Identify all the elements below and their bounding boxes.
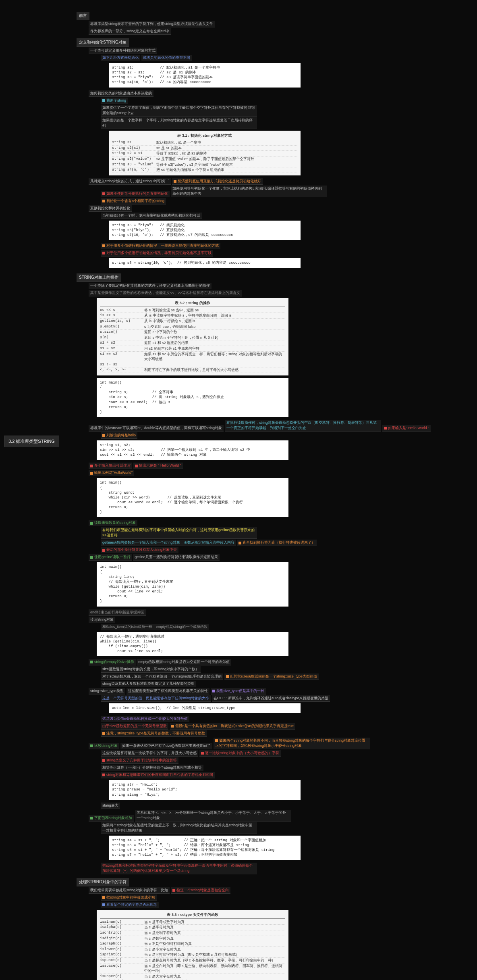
n: 对于使用多个值进行初始化的情况，非要拷贝初始化也不是不可以 xyxy=(101,250,213,256)
n: 这是一个无符号类型的值，而且能足够存放下任何string对象的大小 xyxy=(101,695,211,702)
code-rw: int main() { string s; // 空字符串 cin >> s;… xyxy=(97,378,288,417)
sec-chars[interactable]: 处理STRING对象中的字符 xyxy=(77,878,129,886)
n: 读取未知数量的string对象 xyxy=(89,520,137,526)
n: string的empty和size操作 xyxy=(89,659,136,665)
root-node[interactable]: 3.2 标准库类型STRING xyxy=(4,436,59,447)
n: 最后的那个换行符并没有存入string对象中去 xyxy=(101,547,178,553)
chars-intro: 我们经常需要单独处理string对象中的字符，比如 xyxy=(89,887,170,894)
ops-intro: 一个类除了要规定初始化其对象的方式外，还要定义对象上所能执行的操作 xyxy=(89,283,212,289)
define-sub1: 如何初始化类的对象是由类本身决定的 xyxy=(89,90,153,97)
n: 把string对象中的字母改成小写 xyxy=(101,895,157,901)
n: 其中某些操作定义了函数的名称来表达，也能定义<<、>>等各种运算符在该类对象上的… xyxy=(89,290,242,296)
n: 或者是初始化的值的类型不同 xyxy=(141,55,192,61)
code-copy-multi: string s8 = string(10, 'c'); // 拷贝初始化，s8… xyxy=(109,258,301,268)
table-ops: 表 3.2：string 的操作 os << s将 s 写到输出流 os 当中，… xyxy=(97,298,288,375)
code-empty: // 每次读入一整行，遇到空行直接跳过 while (getline(cin, … xyxy=(97,632,288,657)
n: 如果不使用等号则执行的是直接初始化 xyxy=(101,191,170,197)
n: 但其实size函数返回的是一个string::size_type类型的值 xyxy=(224,673,319,680)
n: 则输出的将是hello xyxy=(101,432,137,439)
n: 如果提供了一个字符串字面值，则该字面值中除了最后那个空字符外其他所有的字符都被拷… xyxy=(101,105,257,117)
n: 在C++11新标准中，允许编译器通过auto或者decltype来推断变量的类型 xyxy=(212,695,330,702)
n: 对于size函数来说，返回一个int或者返回一个unsigned似乎都是合情合理… xyxy=(101,673,223,680)
n: 直至找到换行符为止（换行符也被读进来了） xyxy=(237,540,317,546)
code-direct-copy: string s5 = "hiya"; // 拷贝初始化 string s6("… xyxy=(109,221,301,240)
n: 输出示例是 " Hello World " xyxy=(133,463,183,469)
code-multi-io: string s1, s2; cin >> s1 >> s2; // 把第一个输… xyxy=(97,440,288,460)
n: 初始化一个含有n个相同字符的string xyxy=(101,198,166,204)
n: 由于size函数返回的是一个无符号整型数 xyxy=(101,723,168,730)
n: 注意，string::size_type是无符号的整数，不要混用有符号整数 xyxy=(101,730,207,737)
n: 我两个string xyxy=(101,98,128,104)
n: 逐一比较string对象中的（大小写敏感的）字符 xyxy=(199,750,281,757)
n: 读写string对象 xyxy=(89,617,115,623)
n: 比较string对象 xyxy=(89,743,119,749)
n: string::size_type类型 xyxy=(89,688,125,694)
n: 如果两个string对象在某些对应的位置上不一致，则string对象比较的结果其… xyxy=(101,822,257,834)
table-cctype: 表 3.3：cctype 头文件中的函数 isalnum(c)当 c 是字母或数… xyxy=(97,910,288,980)
n: 把string对象和标准库类型的字符字面值及字符串字面值混在一条语句中使用时，必… xyxy=(101,863,257,874)
n: 检查一个string对象是否包含空白 xyxy=(171,887,230,894)
n: 关系运算符 <、<=、>、>=分别检验一个string对象是否小于、小于等于、大… xyxy=(135,810,291,822)
n: size函数返回string对象的长度（即string对象中字符的个数） xyxy=(101,666,201,673)
code-cmp: string str = "Hello"; string phrase = "H… xyxy=(109,780,301,799)
code-getline: int main() { string line; // 每次读入一整行，直至到… xyxy=(97,562,288,606)
n: 和Sales_item类的isbn成员一样，empty也是string的一个成员… xyxy=(101,624,209,630)
n: 想清楚到底使用直接方式初始化还是拷贝初始化就好 xyxy=(172,178,263,185)
n: 如果提供的是一个数字和一个字符，则string对象的内容是给定字符连续重复若干次… xyxy=(101,117,257,129)
table-init: 表 3.1：初始化 string 对象的方式 string s1默认初始化，s1… xyxy=(109,131,301,175)
n: 对于用多个值进行初始化的情况，一般来说只能使用直接初始化的方式 xyxy=(101,243,220,249)
n: 当初始值只有一个时，使用直接初始化或者拷贝初始化都可以 xyxy=(101,213,202,219)
n: 假设n是一个具有负值的int，则表达式s.size()<n的判断结果几乎肯定是t… xyxy=(170,723,295,730)
n: slang最大 xyxy=(101,803,120,809)
define-sub2: 几种定义string对象的方式，通过stringObj可以[...] xyxy=(89,178,171,185)
preface-item: 标准库类型string表示可变长的字符序列，使用string类型必须首先包含头文… xyxy=(89,21,215,27)
code-init-basic: string s1; // 默认初始化，s1 是一个空字符串 string s2… xyxy=(109,63,301,88)
n: 如果两个string对象的长度不同，而且较短string对象的每个字符都与较长s… xyxy=(214,738,370,749)
ops-iostream: 标准库中的iostream可以读写int、double等内置类型的值，同样可以读… xyxy=(89,425,224,432)
n: empty函数根据string对象是否为空返回一个对应的布尔值 xyxy=(137,659,231,665)
n: string类定义了几种用于比较字符串的运算符 xyxy=(101,757,178,764)
n: 相等性运算符（==和!=）分别检验两个string对象相等或不相等 xyxy=(101,765,203,771)
sec-ops[interactable]: STRING对象上的操作 xyxy=(77,273,121,282)
n: getline只要一遇到换行符就结束读取操作并返回结果 xyxy=(133,554,220,561)
code-concat: string s4 = s1 + ", "; // 正确：把一个 string … xyxy=(109,836,301,860)
n: 多个输入输出可以连写 xyxy=(89,463,132,469)
n: string对象相等意味着它们的长度相同而且所包含的字符也全都相同 xyxy=(101,772,215,778)
n: 输出示例是"HelloWorld" xyxy=(89,470,134,476)
n: getline函数的参数是一个输入流和一个string对象，函数从给定的输入流中… xyxy=(101,540,236,546)
n: 在执行读取操作时，string对象会自动忽略开头的空白（即空格符、换行符、制表符… xyxy=(225,420,381,432)
n: 类型size_type便是其中的一种 xyxy=(211,688,266,694)
n: 这些比较运算符都是一比较字符中的字符，并且大小写敏感 xyxy=(101,750,198,757)
n: 使用getline读取一整行 xyxy=(89,554,132,561)
n: 看看某个特定的字符是否出现等 xyxy=(101,902,159,908)
n: 如果输入是" Hello World " xyxy=(382,425,431,432)
n: string类及其他大多数标准库类型都定义了几种配套的类型 xyxy=(101,681,196,687)
n: 如果一条表达式中已经有了size()函数就不要再使用int了 xyxy=(120,743,213,749)
code-auto: auto len = line.size(); // len 的类型是 stri… xyxy=(109,703,301,713)
n: endl结束当前行并刷新显示缓冲区 xyxy=(89,609,146,616)
define-intro: 一个类可以定义很多种初始化对象的方式 xyxy=(89,48,157,54)
code-loop: int main() { string word; while (cin >> … xyxy=(97,478,288,517)
n: 这是因为负值n会自动地转换成一个比较大的无符号值 xyxy=(101,716,189,722)
preface-item: 作为标准库的一部分，string定义在命名空间std中 xyxy=(89,28,171,35)
n: 这些配套类型体现了标准库类型与机器无关的特性 xyxy=(127,688,209,694)
sec-preface[interactable]: 前言 xyxy=(77,12,89,20)
define-sub3: 直接初始化和拷贝初始化 xyxy=(89,205,132,212)
n: 字面值和string对象相加 xyxy=(89,815,134,822)
sec-define[interactable]: 定义和初始化STRING对象 xyxy=(77,38,129,47)
n: 有时我们希望能在最终得到的字符串中保留输入时的空白符，这时应该用getline函… xyxy=(101,527,257,539)
n: 如果使用等号初始化一个变量，实际上执行的是拷贝初始化 编译器把等号右侧的初始值拷… xyxy=(171,186,327,197)
n: 如下几种方式来初始化 xyxy=(101,55,140,61)
